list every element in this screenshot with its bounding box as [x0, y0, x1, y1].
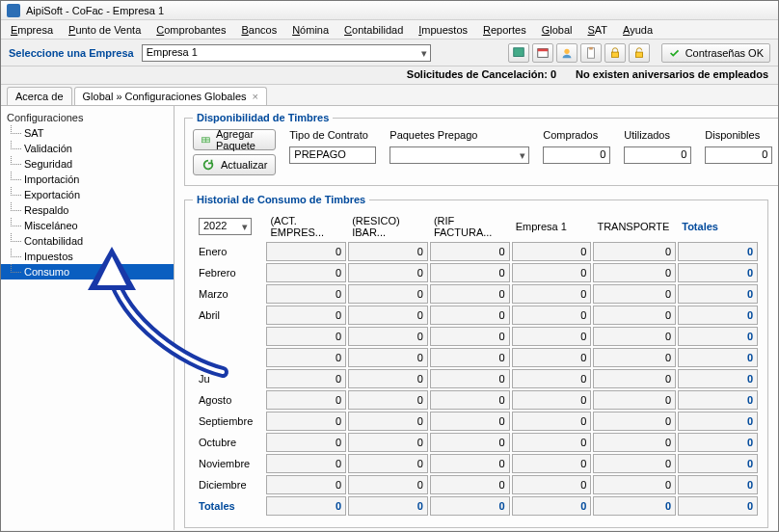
contrasenas-ok-button[interactable]: Contraseñas OK: [661, 43, 770, 63]
table-row: 000000: [195, 327, 758, 346]
value-cell: 0: [430, 263, 510, 282]
value-cell: 0: [348, 242, 428, 261]
value-cell: 0: [593, 327, 676, 346]
value-cell: 0: [678, 454, 758, 473]
value-cell: 0: [593, 390, 676, 410]
value-cell: 0: [593, 475, 676, 494]
month-cell: Agosto: [195, 390, 264, 410]
toolbar-btn-1[interactable]: [508, 43, 529, 63]
disponibilidad-group: Disponibilidad de Timbres Agregar Paquet…: [184, 112, 778, 186]
table-row: Diciembre000000: [195, 475, 758, 494]
value-cell: 0: [430, 369, 510, 388]
value-cell: 0: [512, 348, 592, 367]
menu-nómina[interactable]: Nómina: [286, 22, 335, 38]
utilizados-label: Utilizados: [624, 129, 691, 141]
value-cell: 0: [512, 369, 592, 388]
sidebar-item-importación[interactable]: Importación: [1, 172, 174, 187]
disponibles-field[interactable]: 0: [705, 146, 772, 164]
value-cell: 0: [678, 390, 758, 410]
menu-punto-de-venta[interactable]: Punto de Venta: [63, 22, 147, 38]
menu-empresa[interactable]: Empresa: [5, 22, 59, 38]
value-cell: 0: [512, 454, 592, 473]
svg-point-3: [564, 48, 569, 53]
total-cell: 0: [266, 496, 346, 516]
value-cell: 0: [348, 327, 428, 346]
value-cell: 0: [512, 475, 592, 494]
company-dropdown[interactable]: Empresa 1: [142, 44, 431, 62]
user-icon[interactable]: [556, 43, 578, 63]
menu-bancos[interactable]: Bancos: [235, 22, 282, 38]
sidebar-item-respaldo[interactable]: Respaldo: [1, 202, 174, 218]
hist-col-header: Totales: [678, 213, 758, 240]
table-row: Octubre000000: [195, 433, 758, 452]
lock-icon[interactable]: [604, 43, 626, 63]
value-cell: 0: [348, 454, 428, 473]
month-cell: Marzo: [195, 284, 264, 304]
tab-global-config[interactable]: Global » Configuraciones Globales ×: [74, 87, 267, 105]
value-cell: 0: [430, 412, 510, 431]
cancel-status: Solicitudes de Cancelación: 0: [407, 68, 556, 80]
menu-impuestos[interactable]: Impuestos: [413, 22, 473, 38]
historial-table: 2022(ACT. EMPRES...(RESICO) IBAR...(RIF …: [193, 211, 760, 518]
tipo-contrato-field[interactable]: PREPAGO: [289, 146, 376, 164]
month-cell: Diciembre: [195, 475, 264, 494]
value-cell: 0: [430, 242, 510, 261]
comprados-label: Comprados: [543, 129, 610, 141]
menu-global[interactable]: Global: [536, 22, 578, 38]
menu-sat[interactable]: SAT: [581, 22, 613, 38]
hist-col-header: TRANSPORTE: [593, 213, 676, 240]
value-cell: 0: [678, 412, 758, 431]
sidebar-item-exportación[interactable]: Exportación: [1, 187, 174, 202]
utilizados-field[interactable]: 0: [624, 146, 691, 164]
value-cell: 0: [430, 348, 510, 367]
value-cell: 0: [348, 412, 428, 431]
value-cell: 0: [348, 263, 428, 282]
sidebar-item-contabilidad[interactable]: Contabilidad: [1, 233, 174, 249]
tab-acerca-de[interactable]: Acerca de: [7, 87, 72, 105]
comprados-field[interactable]: 0: [543, 146, 610, 164]
menu-comprobantes[interactable]: Comprobantes: [150, 22, 231, 38]
value-cell: 0: [512, 263, 592, 282]
value-cell: 0: [266, 306, 346, 325]
actualizar-button[interactable]: Actualizar: [193, 154, 276, 175]
calendar-icon[interactable]: [532, 43, 553, 63]
table-row: Noviembre000000: [195, 454, 758, 473]
month-cell: Noviembre: [195, 454, 264, 473]
menu-reportes[interactable]: Reportes: [477, 22, 532, 38]
value-cell: 0: [593, 242, 676, 261]
sidebar-item-impuestos[interactable]: Impuestos: [1, 249, 174, 264]
sidebar-item-seguridad[interactable]: Seguridad: [1, 156, 174, 172]
menu-ayuda[interactable]: Ayuda: [617, 22, 658, 38]
sidebar-item-misceláneo[interactable]: Misceláneo: [1, 218, 174, 233]
clipboard-icon[interactable]: [580, 43, 602, 63]
value-cell: 0: [678, 475, 758, 494]
value-cell: 0: [266, 284, 346, 304]
svg-rect-0: [513, 47, 524, 56]
svg-rect-6: [611, 52, 618, 57]
sidebar-item-consumo[interactable]: Consumo: [1, 264, 174, 279]
month-cell: Abril: [195, 306, 264, 325]
value-cell: 0: [348, 433, 428, 452]
disponibles-label: Disponibles: [705, 129, 772, 141]
table-row: 000000: [195, 348, 758, 367]
close-icon[interactable]: ×: [253, 91, 258, 102]
table-row: Septiembre000000: [195, 412, 758, 431]
agregar-paquete-button[interactable]: Agregar Paquete: [193, 129, 276, 150]
value-cell: 0: [678, 242, 758, 261]
year-select[interactable]: 2022: [199, 218, 252, 235]
menu-contabilidad[interactable]: Contabilidad: [338, 22, 409, 38]
value-cell: 0: [678, 348, 758, 367]
paquetes-prepago-dropdown[interactable]: [390, 146, 529, 164]
svg-rect-7: [635, 52, 642, 57]
sidebar-item-validación[interactable]: Validación: [1, 141, 174, 156]
value-cell: 0: [348, 369, 428, 388]
sidebar-item-sat[interactable]: SAT: [1, 125, 174, 141]
unlock-icon[interactable]: [629, 43, 650, 63]
hist-col-header: Empresa 1: [512, 213, 592, 240]
value-cell: 0: [593, 369, 676, 388]
value-cell: 0: [266, 369, 346, 388]
hist-col-header: (RESICO) IBAR...: [348, 213, 428, 240]
value-cell: 0: [593, 348, 676, 367]
app-icon: [7, 4, 20, 17]
month-cell: Ju: [195, 369, 264, 388]
